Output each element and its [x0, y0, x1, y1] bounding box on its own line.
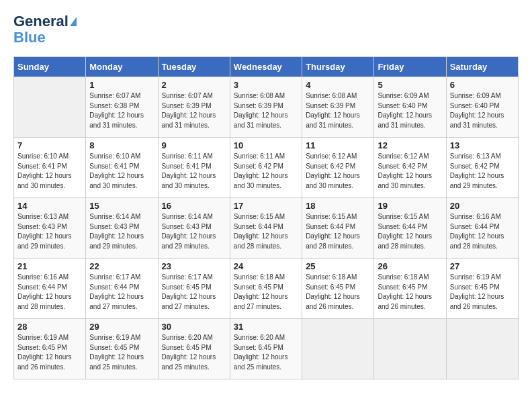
day-info: Sunrise: 6:10 AMSunset: 6:41 PMDaylight:… — [89, 152, 154, 191]
calendar-body: 1Sunrise: 6:07 AMSunset: 6:38 PMDaylight… — [14, 77, 519, 379]
calendar-cell — [446, 319, 518, 379]
day-info: Sunrise: 6:08 AMSunset: 6:39 PMDaylight:… — [306, 91, 370, 130]
calendar-cell — [374, 319, 446, 379]
day-number: 5 — [378, 80, 442, 90]
calendar-cell: 6Sunrise: 6:09 AMSunset: 6:40 PMDaylight… — [446, 77, 518, 138]
day-info: Sunrise: 6:15 AMSunset: 6:44 PMDaylight:… — [306, 212, 370, 251]
calendar-cell — [302, 319, 374, 379]
week-row-3: 14Sunrise: 6:13 AMSunset: 6:43 PMDayligh… — [14, 198, 519, 259]
week-row-4: 21Sunrise: 6:16 AMSunset: 6:44 PMDayligh… — [14, 259, 519, 319]
day-info: Sunrise: 6:18 AMSunset: 6:45 PMDaylight:… — [306, 273, 370, 312]
day-info: Sunrise: 6:12 AMSunset: 6:42 PMDaylight:… — [378, 152, 442, 191]
weekday-header-thursday: Thursday — [302, 57, 374, 77]
day-info: Sunrise: 6:17 AMSunset: 6:45 PMDaylight:… — [162, 273, 226, 312]
calendar-cell: 8Sunrise: 6:10 AMSunset: 6:41 PMDaylight… — [86, 138, 158, 198]
day-number: 3 — [234, 80, 298, 90]
day-number: 29 — [89, 322, 154, 332]
calendar-cell: 27Sunrise: 6:19 AMSunset: 6:45 PMDayligh… — [446, 259, 518, 319]
day-info: Sunrise: 6:20 AMSunset: 6:45 PMDaylight:… — [234, 333, 298, 372]
day-info: Sunrise: 6:14 AMSunset: 6:43 PMDaylight:… — [162, 212, 226, 251]
day-number: 6 — [450, 80, 515, 90]
day-info: Sunrise: 6:15 AMSunset: 6:44 PMDaylight:… — [378, 212, 442, 251]
day-info: Sunrise: 6:09 AMSunset: 6:40 PMDaylight:… — [378, 91, 442, 130]
calendar-cell: 7Sunrise: 6:10 AMSunset: 6:41 PMDaylight… — [14, 138, 86, 198]
calendar-cell: 10Sunrise: 6:11 AMSunset: 6:42 PMDayligh… — [230, 138, 302, 198]
calendar-cell: 17Sunrise: 6:15 AMSunset: 6:44 PMDayligh… — [230, 198, 302, 259]
day-number: 10 — [234, 140, 298, 150]
day-info: Sunrise: 6:20 AMSunset: 6:45 PMDaylight:… — [162, 333, 226, 372]
day-info: Sunrise: 6:13 AMSunset: 6:43 PMDaylight:… — [17, 212, 82, 251]
calendar-cell: 14Sunrise: 6:13 AMSunset: 6:43 PMDayligh… — [14, 198, 86, 259]
logo-text-blue: Blue — [13, 30, 46, 46]
day-info: Sunrise: 6:10 AMSunset: 6:41 PMDaylight:… — [17, 152, 82, 191]
calendar-cell: 13Sunrise: 6:13 AMSunset: 6:42 PMDayligh… — [446, 138, 518, 198]
day-number: 11 — [306, 140, 370, 150]
day-info: Sunrise: 6:16 AMSunset: 6:44 PMDaylight:… — [17, 273, 82, 312]
day-info: Sunrise: 6:15 AMSunset: 6:44 PMDaylight:… — [234, 212, 298, 251]
calendar-cell: 1Sunrise: 6:07 AMSunset: 6:38 PMDaylight… — [86, 77, 158, 138]
day-info: Sunrise: 6:17 AMSunset: 6:44 PMDaylight:… — [89, 273, 154, 312]
day-info: Sunrise: 6:07 AMSunset: 6:39 PMDaylight:… — [162, 91, 226, 130]
day-number: 8 — [89, 140, 154, 150]
day-number: 9 — [162, 140, 226, 150]
day-info: Sunrise: 6:12 AMSunset: 6:42 PMDaylight:… — [306, 152, 370, 191]
calendar-cell: 16Sunrise: 6:14 AMSunset: 6:43 PMDayligh… — [158, 198, 230, 259]
calendar-cell: 5Sunrise: 6:09 AMSunset: 6:40 PMDaylight… — [374, 77, 446, 138]
day-info: Sunrise: 6:08 AMSunset: 6:39 PMDaylight:… — [234, 91, 298, 130]
weekday-header-sunday: Sunday — [14, 57, 86, 77]
calendar-cell: 28Sunrise: 6:19 AMSunset: 6:45 PMDayligh… — [14, 319, 86, 379]
calendar-cell: 23Sunrise: 6:17 AMSunset: 6:45 PMDayligh… — [158, 259, 230, 319]
weekday-header-friday: Friday — [374, 57, 446, 77]
calendar-cell: 15Sunrise: 6:14 AMSunset: 6:43 PMDayligh… — [86, 198, 158, 259]
week-row-1: 1Sunrise: 6:07 AMSunset: 6:38 PMDaylight… — [14, 77, 519, 138]
day-number: 14 — [17, 201, 82, 211]
day-number: 12 — [378, 140, 442, 150]
week-row-5: 28Sunrise: 6:19 AMSunset: 6:45 PMDayligh… — [14, 319, 519, 379]
calendar-cell: 21Sunrise: 6:16 AMSunset: 6:44 PMDayligh… — [14, 259, 86, 319]
calendar-cell: 3Sunrise: 6:08 AMSunset: 6:39 PMDaylight… — [230, 77, 302, 138]
day-number: 15 — [89, 201, 154, 211]
weekday-row: SundayMondayTuesdayWednesdayThursdayFrid… — [14, 57, 519, 77]
calendar-cell: 25Sunrise: 6:18 AMSunset: 6:45 PMDayligh… — [302, 259, 374, 319]
day-number: 18 — [306, 201, 370, 211]
day-info: Sunrise: 6:11 AMSunset: 6:41 PMDaylight:… — [162, 152, 226, 191]
day-number: 21 — [17, 261, 82, 271]
day-info: Sunrise: 6:16 AMSunset: 6:44 PMDaylight:… — [450, 212, 515, 251]
day-number: 28 — [17, 322, 82, 332]
day-info: Sunrise: 6:11 AMSunset: 6:42 PMDaylight:… — [234, 152, 298, 191]
day-number: 19 — [378, 201, 442, 211]
day-number: 30 — [162, 322, 226, 332]
day-info: Sunrise: 6:19 AMSunset: 6:45 PMDaylight:… — [450, 273, 515, 312]
day-number: 17 — [234, 201, 298, 211]
calendar-cell — [14, 77, 86, 138]
weekday-header-tuesday: Tuesday — [158, 57, 230, 77]
day-number: 16 — [162, 201, 226, 211]
calendar-cell: 12Sunrise: 6:12 AMSunset: 6:42 PMDayligh… — [374, 138, 446, 198]
logo-triangle-icon — [70, 17, 77, 26]
calendar-cell: 19Sunrise: 6:15 AMSunset: 6:44 PMDayligh… — [374, 198, 446, 259]
calendar-cell: 22Sunrise: 6:17 AMSunset: 6:44 PMDayligh… — [86, 259, 158, 319]
day-number: 24 — [234, 261, 298, 271]
calendar-header: SundayMondayTuesdayWednesdayThursdayFrid… — [14, 57, 519, 77]
day-info: Sunrise: 6:14 AMSunset: 6:43 PMDaylight:… — [89, 212, 154, 251]
day-info: Sunrise: 6:09 AMSunset: 6:40 PMDaylight:… — [450, 91, 515, 130]
day-number: 13 — [450, 140, 515, 150]
day-number: 1 — [89, 80, 154, 90]
day-number: 4 — [306, 80, 370, 90]
calendar-cell: 26Sunrise: 6:18 AMSunset: 6:45 PMDayligh… — [374, 259, 446, 319]
calendar-table: SundayMondayTuesdayWednesdayThursdayFrid… — [13, 56, 519, 379]
calendar-cell: 11Sunrise: 6:12 AMSunset: 6:42 PMDayligh… — [302, 138, 374, 198]
day-number: 27 — [450, 261, 515, 271]
day-info: Sunrise: 6:13 AMSunset: 6:42 PMDaylight:… — [450, 152, 515, 191]
day-info: Sunrise: 6:07 AMSunset: 6:38 PMDaylight:… — [89, 91, 154, 130]
calendar-cell: 18Sunrise: 6:15 AMSunset: 6:44 PMDayligh… — [302, 198, 374, 259]
day-number: 20 — [450, 201, 515, 211]
day-info: Sunrise: 6:18 AMSunset: 6:45 PMDaylight:… — [378, 273, 442, 312]
calendar-cell: 31Sunrise: 6:20 AMSunset: 6:45 PMDayligh… — [230, 319, 302, 379]
weekday-header-monday: Monday — [86, 57, 158, 77]
day-number: 25 — [306, 261, 370, 271]
calendar-cell: 30Sunrise: 6:20 AMSunset: 6:45 PMDayligh… — [158, 319, 230, 379]
day-number: 2 — [162, 80, 226, 90]
calendar-cell: 24Sunrise: 6:18 AMSunset: 6:45 PMDayligh… — [230, 259, 302, 319]
weekday-header-saturday: Saturday — [446, 57, 518, 77]
